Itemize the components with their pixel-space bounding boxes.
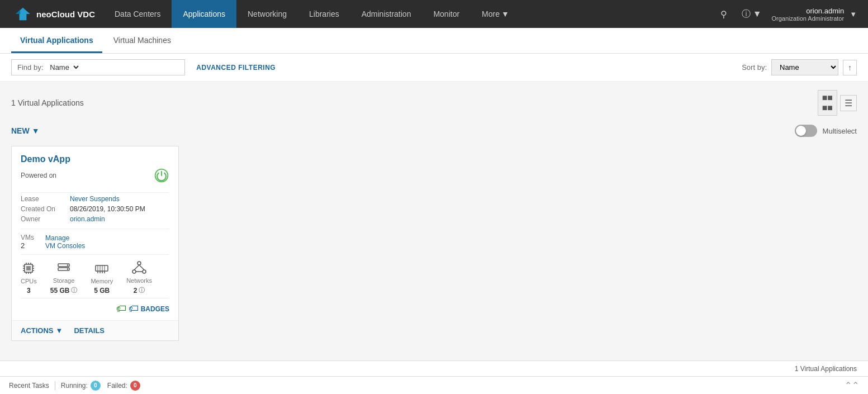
tabs-bar: Virtual Applications Virtual Machines <box>0 28 868 54</box>
lease-label: Lease <box>21 195 65 203</box>
list-icon: ☰ <box>845 98 852 108</box>
resources-section: CPUs 3 Storage 55 GB ⓘ <box>21 254 169 298</box>
footer-total-bar: 1 Virtual Applications <box>0 360 868 375</box>
nav-networking[interactable]: Networking <box>236 0 298 28</box>
nav-administration[interactable]: Administration <box>350 0 423 28</box>
user-info[interactable]: orion.admin Organization Administrator <box>772 7 845 22</box>
nav-right: ⚲ ⓘ ▼ orion.admin Organization Administr… <box>710 6 862 22</box>
find-by-input[interactable] <box>85 63 179 72</box>
user-role: Organization Administrator <box>772 15 845 22</box>
new-button[interactable]: NEW ▼ <box>11 124 40 137</box>
nav-data-centers[interactable]: Data Centers <box>103 0 172 28</box>
manage-link[interactable]: Manage <box>45 234 85 242</box>
toggle-knob <box>796 126 806 136</box>
sort-by-select[interactable]: Name Created On Owner <box>771 59 838 75</box>
nav-more[interactable]: More ▼ <box>471 0 520 28</box>
vapp-details: Lease Never Suspends Created On 08/26/20… <box>12 192 178 320</box>
new-chevron-icon: ▼ <box>32 126 40 135</box>
user-name: orion.admin <box>772 7 845 15</box>
badges-row: 🏷 🏷 BADGES <box>21 298 169 320</box>
view-controls: ■■■■ ☰ <box>818 90 857 116</box>
actions-row: NEW ▼ Multiselect <box>11 124 857 137</box>
console-link[interactable]: VM Consoles <box>45 242 85 250</box>
vms-links: Manage VM Consoles <box>45 234 85 250</box>
top-navigation: neoCloud VDC Data Centers Applications N… <box>0 0 868 28</box>
search-button[interactable]: ⚲ <box>716 7 732 22</box>
power-status-label: Powered on <box>21 172 56 179</box>
vapp-card: Demo vApp Powered on Lease Never Suspend… <box>11 146 179 341</box>
powered-on-row: Powered on <box>21 168 169 183</box>
storage-value: 55 GB ⓘ <box>50 286 78 295</box>
advanced-filter-link[interactable]: ADVANCED FILTERING <box>196 64 276 72</box>
multiselect-toggle[interactable] <box>795 125 817 137</box>
chevron-down-icon: ▼ <box>501 10 509 18</box>
owner-value[interactable]: orion.admin <box>70 215 169 223</box>
storage-info-icon[interactable]: ⓘ <box>71 286 77 295</box>
storage-resource: Storage 55 GB ⓘ <box>50 260 78 295</box>
nav-items: Data Centers Applications Networking Lib… <box>103 0 710 28</box>
footer-total-label: 1 Virtual Applications <box>795 365 857 373</box>
badge-tag-green-icon[interactable]: 🏷 <box>116 303 126 315</box>
new-button-label: NEW <box>11 126 30 135</box>
user-dropdown-icon[interactable]: ▼ <box>850 10 857 18</box>
tab-virtual-applications[interactable]: Virtual Applications <box>11 28 102 53</box>
card-footer: ACTIONS ▼ DETAILS <box>12 320 178 340</box>
vapp-count-label: 1 Virtual Applications <box>11 98 84 107</box>
list-view-button[interactable]: ☰ <box>840 95 857 111</box>
tab-virtual-machines[interactable]: Virtual Machines <box>105 28 180 53</box>
cpus-value: 3 <box>27 287 31 295</box>
grid-view-button[interactable]: ■■■■ <box>818 90 837 116</box>
networks-value: 2 ⓘ <box>134 286 145 295</box>
created-value: 08/26/2019, 10:30:50 PM <box>70 205 169 213</box>
svg-rect-4 <box>26 266 31 270</box>
actions-label: ACTIONS <box>21 326 54 335</box>
memory-label: Memory <box>91 278 113 284</box>
cpus-label: CPUs <box>21 278 37 284</box>
created-label: Created On <box>21 205 65 213</box>
svg-point-30 <box>137 262 141 265</box>
svg-rect-21 <box>96 265 108 271</box>
svg-point-32 <box>143 270 146 273</box>
networks-info-icon[interactable]: ⓘ <box>139 286 145 295</box>
brand-name: neoCloud VDC <box>36 10 95 19</box>
find-by-group: Find by: Name Owner Status <box>11 59 185 75</box>
vms-label: VMs <box>21 234 34 241</box>
networks-label: Networks <box>126 277 152 284</box>
svg-marker-1 <box>16 10 20 14</box>
nav-applications[interactable]: Applications <box>172 0 236 28</box>
vms-row: VMs 2 Manage VM Consoles <box>21 234 169 250</box>
grid-icon: ■■■■ <box>822 93 833 112</box>
cpus-resource: CPUs 3 <box>21 261 37 295</box>
memory-icon <box>94 261 109 276</box>
brand-logo[interactable]: neoCloud VDC <box>6 5 103 23</box>
memory-value: 5 GB <box>94 287 110 295</box>
details-grid: Lease Never Suspends Created On 08/26/20… <box>21 192 169 229</box>
help-button[interactable]: ⓘ ▼ <box>737 6 766 22</box>
vapp-name[interactable]: Demo vApp <box>21 154 169 164</box>
vapp-grid: Demo vApp Powered on Lease Never Suspend… <box>11 146 857 341</box>
actions-button[interactable]: ACTIONS ▼ <box>21 326 63 335</box>
sort-direction-button[interactable]: ↑ <box>843 60 857 75</box>
svg-line-33 <box>134 265 139 270</box>
lease-value[interactable]: Never Suspends <box>70 195 169 203</box>
sort-by-label: Sort by: <box>742 63 767 72</box>
multiselect-group: Multiselect <box>795 125 857 137</box>
details-button[interactable]: DETAILS <box>74 326 105 335</box>
cpus-icon <box>21 261 36 276</box>
networks-resource: Networks 2 ⓘ <box>126 260 152 295</box>
search-icon: ⚲ <box>720 9 727 20</box>
help-chevron-icon: ▼ <box>753 9 762 19</box>
badge-tag-blue-icon[interactable]: 🏷 <box>129 303 139 315</box>
details-label: DETAILS <box>74 326 105 335</box>
nav-monitor[interactable]: Monitor <box>422 0 471 28</box>
svg-point-20 <box>67 268 68 269</box>
svg-line-34 <box>139 265 144 270</box>
badges-label[interactable]: BADGES <box>141 305 169 313</box>
multiselect-label: Multiselect <box>823 127 857 135</box>
svg-point-31 <box>132 270 136 273</box>
vms-section: VMs 2 Manage VM Consoles <box>21 229 169 254</box>
nav-libraries[interactable]: Libraries <box>298 0 350 28</box>
vapp-card-header: Demo vApp Powered on <box>12 146 178 192</box>
find-by-select[interactable]: Name Owner Status <box>48 63 80 72</box>
actions-chevron-icon: ▼ <box>56 326 63 335</box>
